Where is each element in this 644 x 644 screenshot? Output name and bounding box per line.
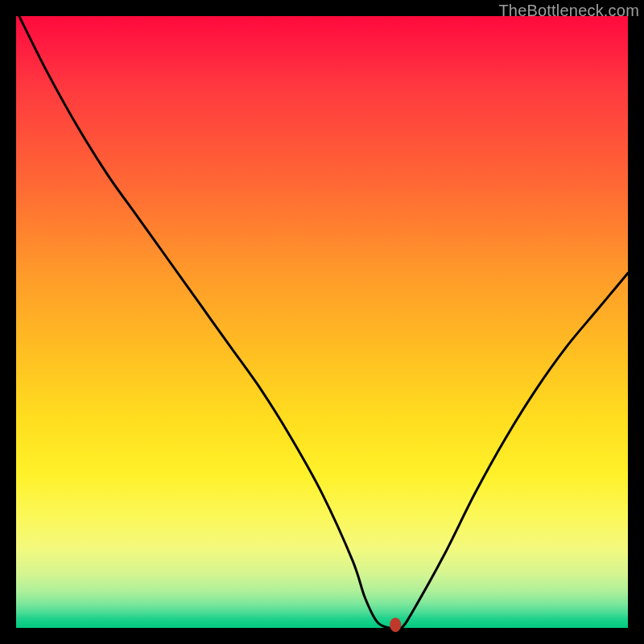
bottleneck-curve xyxy=(19,16,628,630)
curve-svg xyxy=(16,16,628,628)
plot-area xyxy=(16,16,628,628)
minimum-marker xyxy=(390,617,401,632)
chart-frame: TheBottleneck.com xyxy=(0,0,644,644)
